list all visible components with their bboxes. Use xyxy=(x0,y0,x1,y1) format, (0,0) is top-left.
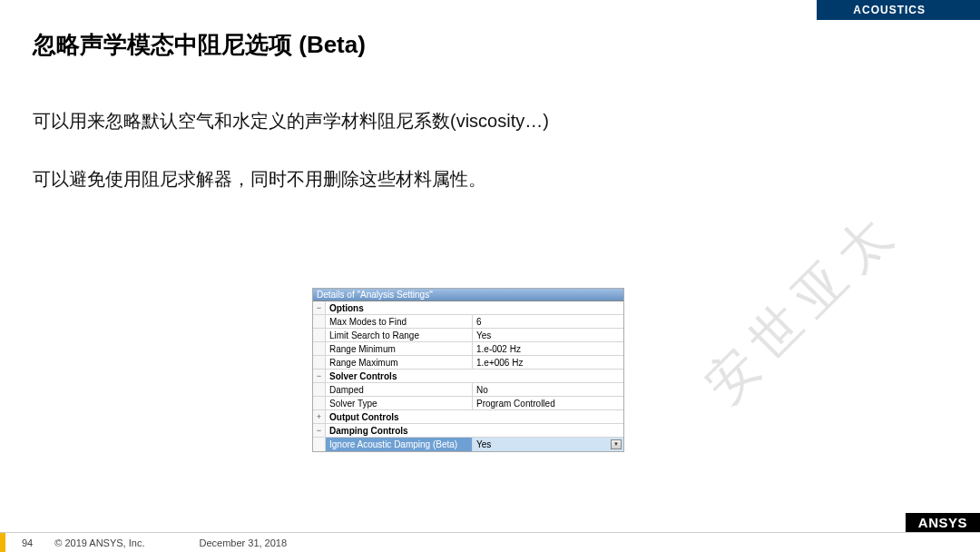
row-label: Solver Type xyxy=(326,397,473,409)
row-indicator xyxy=(313,356,326,369)
slide-date: December 31, 2018 xyxy=(199,537,287,548)
slide-footer: 94 © 2019 ANSYS, Inc. December 31, 2018 xyxy=(0,532,980,552)
row-value[interactable]: Yes xyxy=(473,329,623,341)
analysis-settings-panel: Details of "Analysis Settings" − Options… xyxy=(312,288,624,452)
row-damped[interactable]: Damped No xyxy=(313,383,623,397)
ansys-logo: ANSYS xyxy=(906,513,980,532)
expand-icon[interactable]: − xyxy=(313,424,326,437)
watermark: 安世亚太 xyxy=(691,195,914,419)
row-solver-type[interactable]: Solver Type Program Controlled xyxy=(313,397,623,410)
body-paragraph-2: 可以避免使用阻尼求解器，同时不用删除这些材料属性。 xyxy=(33,165,486,192)
row-value[interactable]: No xyxy=(473,383,623,396)
body-paragraph-1: 可以用来忽略默认空气和水定义的声学材料阻尼系数(viscosity…) xyxy=(33,107,549,134)
copyright: © 2019 ANSYS, Inc. xyxy=(54,537,144,548)
section-options[interactable]: − Options xyxy=(313,301,623,315)
section-label: Output Controls xyxy=(326,410,623,423)
expand-icon[interactable]: − xyxy=(313,370,326,382)
panel-title: Details of "Analysis Settings" xyxy=(313,289,623,301)
row-indicator xyxy=(313,383,326,396)
row-indicator xyxy=(313,342,326,355)
row-indicator xyxy=(313,315,326,328)
row-indicator xyxy=(313,397,326,409)
row-label: Ignore Acoustic Damping (Beta) xyxy=(326,438,473,451)
row-ignore-acoustic-damping[interactable]: Ignore Acoustic Damping (Beta) Yes ▼ xyxy=(313,438,623,451)
row-limit-search[interactable]: Limit Search to Range Yes xyxy=(313,329,623,342)
section-damping-controls[interactable]: − Damping Controls xyxy=(313,424,623,438)
row-indicator xyxy=(313,329,326,341)
expand-icon[interactable]: + xyxy=(313,410,326,423)
row-range-max[interactable]: Range Maximum 1.e+006 Hz xyxy=(313,356,623,370)
expand-icon[interactable]: − xyxy=(313,301,326,314)
slide-title: 忽略声学模态中阻尼选项 (Beta) xyxy=(33,29,366,61)
section-output-controls[interactable]: + Output Controls xyxy=(313,410,623,424)
dropdown-selected-value: Yes xyxy=(476,439,491,449)
chevron-down-icon[interactable]: ▼ xyxy=(611,439,622,449)
row-label: Max Modes to Find xyxy=(326,315,473,328)
row-label: Range Minimum xyxy=(326,342,473,355)
category-tab: ACOUSTICS xyxy=(817,0,980,20)
section-label: Damping Controls xyxy=(326,424,623,437)
section-label: Solver Controls xyxy=(326,370,623,382)
row-value[interactable]: 1.e-002 Hz xyxy=(473,342,623,355)
row-label: Damped xyxy=(326,383,473,396)
row-value[interactable]: 6 xyxy=(473,315,623,328)
footer-accent xyxy=(0,533,5,552)
row-label: Range Maximum xyxy=(326,356,473,369)
row-value[interactable]: 1.e+006 Hz xyxy=(473,356,623,369)
row-range-min[interactable]: Range Minimum 1.e-002 Hz xyxy=(313,342,623,356)
row-max-modes[interactable]: Max Modes to Find 6 xyxy=(313,315,623,329)
section-solver-controls[interactable]: − Solver Controls xyxy=(313,370,623,383)
row-value[interactable]: Program Controlled xyxy=(473,397,623,409)
row-indicator xyxy=(313,438,326,451)
section-label: Options xyxy=(326,301,623,314)
row-value-dropdown[interactable]: Yes ▼ xyxy=(473,438,623,451)
row-label: Limit Search to Range xyxy=(326,329,473,341)
page-number: 94 xyxy=(22,537,33,548)
